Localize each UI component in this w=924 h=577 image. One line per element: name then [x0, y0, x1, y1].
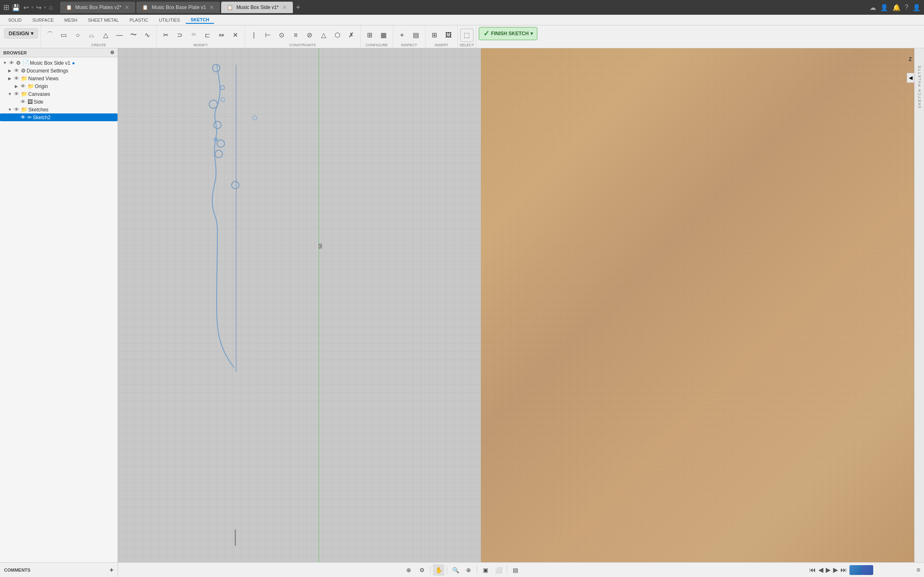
tool-arc[interactable]: ⌓	[85, 29, 98, 42]
tool-trim[interactable]: ✂	[159, 29, 172, 42]
play-back-start-button[interactable]: ⏮	[809, 566, 816, 574]
undo-arrow-icon: ▾	[31, 5, 34, 10]
browser-header: BROWSER ⚙	[0, 48, 118, 57]
help-icon[interactable]: ?	[905, 4, 908, 11]
tool-rectangle[interactable]: ▭	[57, 29, 70, 42]
visibility-sketches-icon[interactable]: 👁	[14, 106, 19, 113]
tool-insert2[interactable]: 🖼	[442, 29, 455, 42]
browser-item-root[interactable]: ▼ 👁 ⚙ 📄 Music Box Side v1 ●	[0, 59, 118, 67]
tool-vertical[interactable]: |	[247, 29, 260, 42]
tab-utilities[interactable]: UTILITIES	[154, 17, 185, 23]
tool-line[interactable]: ⌒	[43, 29, 57, 42]
finish-sketch-button[interactable]: ✓ FINISH SKETCH ▾	[479, 27, 537, 40]
tab-solid[interactable]: SOLID	[3, 17, 27, 23]
cloud-icon[interactable]: ☁	[870, 4, 876, 11]
tool-constraint2[interactable]: ≡	[289, 29, 302, 42]
tool-insert1[interactable]: ⊞	[428, 29, 441, 42]
toolbar-group-constraints: | ⊢ ⊙ ≡ ⊘ △ ⬡ ✗ CONSTRAINTS	[245, 25, 361, 48]
browser-item-sketches[interactable]: ▼ 👁 📁 Sketches	[0, 106, 118, 113]
visibility-docsettings-icon[interactable]: 👁	[14, 68, 19, 74]
tool-hexagon[interactable]: ⬡	[331, 29, 344, 42]
tab-plastic[interactable]: PLASTIC	[125, 17, 153, 23]
browser-item-namedviews[interactable]: ▶ 👁 📁 Named Views	[0, 75, 118, 82]
home-icon[interactable]: ⌂	[49, 4, 53, 11]
design-dropdown-button[interactable]: DESIGN ▾	[4, 28, 38, 38]
tool-constraint1[interactable]: ⊢	[261, 29, 274, 42]
tab-close-side[interactable]: ✕	[282, 4, 287, 11]
vc-zoom-fit-button[interactable]: ⊕	[463, 564, 474, 576]
browser-item-docsettings[interactable]: ▶ 👁 ⚙ Document Settings	[0, 67, 118, 75]
canvases-folder-icon: 📁	[21, 91, 27, 97]
notification-icon[interactable]: 🔔	[892, 4, 901, 11]
app-grid-icon[interactable]: ⊞	[3, 3, 9, 12]
measure-label: 50	[318, 244, 323, 249]
browser-settings-icon[interactable]: ⚙	[110, 50, 114, 55]
visibility-namedviews-icon[interactable]: 👁	[14, 75, 19, 81]
tool-offset[interactable]: ⊏	[201, 29, 214, 42]
tool-constraint3[interactable]: ⊘	[303, 29, 316, 42]
tool-line2[interactable]: —	[113, 29, 126, 42]
tab-base-plate[interactable]: 📋 Music Box Base Plate v1 ✕	[136, 2, 220, 13]
vc-display-button[interactable]: ▣	[480, 564, 491, 576]
tool-triangle[interactable]: △	[317, 29, 330, 42]
account-icon[interactable]: 👤	[880, 4, 888, 11]
vc-zoom-button[interactable]: 🔍	[450, 564, 461, 576]
bottom-bar: COMMENTS + ⊕ ⚙ ✋ 🔍 ⊕ ▣ ⬜ ▤ ⏮ ◀ ▶ ▶ ⏭ ⚙	[0, 562, 924, 577]
tool-fillet[interactable]: ⌔	[187, 29, 200, 42]
add-tab-button[interactable]: +	[296, 3, 301, 12]
visibility-root-icon[interactable]: 👁	[9, 60, 14, 66]
browser-item-side[interactable]: 👁 🖼 Side	[0, 98, 118, 106]
visibility-side-icon[interactable]: 👁	[20, 99, 26, 105]
tool-spline[interactable]: 〜	[127, 29, 140, 42]
comments-add-icon[interactable]: +	[110, 566, 113, 574]
sketch-palette: SKETCH PALETTE	[914, 48, 924, 562]
tool-conic[interactable]: ∿	[141, 29, 154, 42]
vc-pan-button[interactable]: ✋	[433, 564, 444, 576]
tab-mesh[interactable]: MESH	[59, 17, 82, 23]
tab-plates-v2[interactable]: 📋 Music Box Plates v2* ✕	[60, 2, 136, 13]
tool-select1[interactable]: ⬚	[460, 29, 473, 42]
tool-constraint4[interactable]: ✗	[345, 29, 358, 42]
tab-close-base[interactable]: ✕	[209, 4, 214, 11]
browser-item-canvases[interactable]: ▼ 👁 📁 Canvases	[0, 90, 118, 98]
tab-icon-base: 📋	[142, 5, 148, 10]
side-label: Side	[34, 99, 43, 105]
visibility-canvases-icon[interactable]: 👁	[14, 91, 19, 97]
tab-surface[interactable]: SURFACE	[27, 17, 59, 23]
tool-inspect2[interactable]: ▤	[410, 29, 423, 42]
tab-side-v1[interactable]: 📋 Music Box Side v1* ✕	[221, 2, 292, 13]
bottom-settings-icon[interactable]: ⚙	[916, 567, 921, 573]
tab-sketch[interactable]: SKETCH	[186, 16, 214, 24]
play-play-button[interactable]: ▶	[826, 566, 831, 574]
tab-close-plates[interactable]: ✕	[125, 4, 129, 11]
visibility-origin-icon[interactable]: 👁	[20, 83, 26, 89]
right-panel-toggle[interactable]: ◀	[907, 73, 914, 83]
vc-cursor-button[interactable]: ⊕	[403, 564, 414, 576]
expand-namedviews-icon: ▶	[7, 76, 13, 81]
viewport[interactable]: 50	[118, 48, 924, 562]
tool-circle[interactable]: ○	[71, 29, 84, 42]
visibility-sketch2-icon[interactable]: 👁	[20, 114, 26, 120]
profile-icon[interactable]: 👤	[913, 4, 921, 11]
tool-polygon[interactable]: △	[99, 29, 112, 42]
vc-more-button[interactable]: ▤	[510, 564, 521, 576]
play-back-button[interactable]: ◀	[818, 566, 823, 574]
browser-item-origin[interactable]: ▶ 👁 📁 Origin	[0, 82, 118, 90]
tool-inspect1[interactable]: ⌖	[396, 29, 409, 42]
save-icon[interactable]: 💾	[12, 4, 20, 11]
tab-sheet-metal[interactable]: SHEET METAL	[83, 17, 124, 23]
tool-configure2[interactable]: ▦	[377, 29, 390, 42]
tool-extend[interactable]: ⊃	[173, 29, 186, 42]
tool-circle2[interactable]: ⊙	[275, 29, 288, 42]
tool-configure1[interactable]: ⊞	[363, 29, 376, 42]
tool-mirror[interactable]: ⇔	[215, 29, 228, 42]
vc-settings-button[interactable]: ⚙	[416, 564, 428, 576]
vc-view-button[interactable]: ⬜	[493, 564, 504, 576]
redo-icon[interactable]: ↪	[36, 4, 41, 11]
play-forward-button[interactable]: ▶	[833, 566, 838, 574]
tool-project[interactable]: ✕	[229, 29, 242, 42]
browser-item-sketch2[interactable]: 👁 ✏ Sketch2	[0, 113, 118, 121]
expand-sketches-icon: ▼	[7, 107, 13, 112]
play-forward-end-button[interactable]: ⏭	[840, 566, 847, 574]
undo-icon[interactable]: ↩	[23, 4, 29, 11]
